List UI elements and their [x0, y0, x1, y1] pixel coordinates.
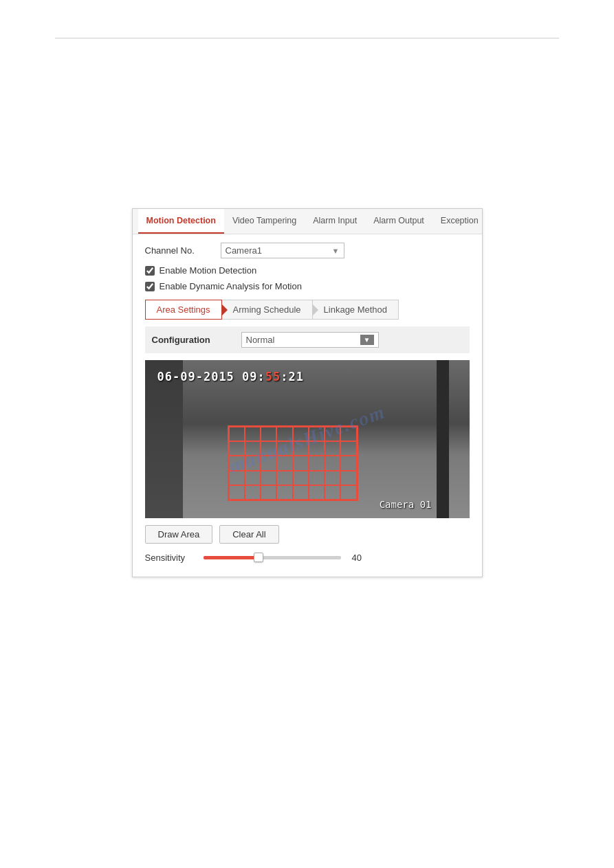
grid-cell [261, 456, 276, 470]
grid-cell [276, 471, 292, 485]
grid-cell [261, 485, 276, 500]
grid-cell [309, 427, 325, 441]
enable-motion-label: Enable Motion Detection [160, 265, 257, 276]
video-timestamp: 06-09-2015 09:55:21 [157, 370, 305, 383]
top-separator [55, 38, 559, 38]
sub-tab-arrow-1 [313, 304, 318, 315]
motion-detection-card: Motion Detection Video Tampering Alarm I… [132, 208, 483, 577]
sensitivity-row: Sensitivity 40 [145, 552, 470, 566]
grid-cell [325, 441, 340, 456]
grid-cell [276, 485, 292, 500]
motion-grid[interactable] [228, 425, 358, 501]
grid-cell [309, 441, 325, 456]
grid-cell [261, 427, 276, 441]
sensitivity-value: 40 [352, 553, 362, 563]
config-label: Configuration [152, 335, 241, 345]
grid-cell [293, 485, 309, 500]
tab-alarm-input[interactable]: Alarm Input [305, 209, 365, 234]
grid-cell [293, 441, 309, 456]
enable-dynamic-label: Enable Dynamic Analysis for Motion [160, 281, 302, 291]
config-dropdown-arrow: ▼ [360, 335, 374, 345]
grid-cell [276, 456, 292, 470]
grid-cell [245, 456, 261, 470]
grid-cell [325, 456, 340, 470]
enable-dynamic-checkbox[interactable] [145, 282, 155, 291]
tab-motion-detection[interactable]: Motion Detection [138, 209, 224, 234]
config-select[interactable]: Normal ▼ [241, 332, 379, 348]
timestamp-colon: 55 [265, 370, 281, 383]
config-value: Normal [246, 335, 275, 345]
grid-cell [325, 471, 340, 485]
grid-cell [340, 456, 356, 470]
enable-motion-row: Enable Motion Detection [145, 265, 470, 276]
video-camera-label: Camera 01 [380, 499, 432, 510]
sub-tab-arming-schedule[interactable]: Arming Schedule [221, 300, 313, 320]
channel-dropdown-arrow: ▼ [332, 247, 340, 255]
timestamp-part2: :21 [281, 370, 304, 383]
grid-cell [229, 427, 245, 441]
sub-tab-bar: Area Settings Arming Schedule Linkage Me… [145, 300, 470, 320]
draw-area-button[interactable]: Draw Area [145, 525, 213, 544]
buttons-row: Draw Area Clear All [145, 525, 470, 544]
page-container: Motion Detection Video Tampering Alarm I… [0, 0, 614, 868]
tab-alarm-output[interactable]: Alarm Output [365, 209, 432, 234]
sensitivity-label: Sensitivity [145, 553, 197, 563]
grid-cell [325, 485, 340, 500]
sensitivity-track [204, 556, 341, 559]
grid-cell [261, 441, 276, 456]
grid-cell [229, 485, 245, 500]
grid-cell [309, 485, 325, 500]
tab-bar: Motion Detection Video Tampering Alarm I… [133, 209, 482, 234]
tab-video-tampering[interactable]: Video Tampering [224, 209, 305, 234]
enable-dynamic-row: Enable Dynamic Analysis for Motion [145, 281, 470, 291]
clear-all-button[interactable]: Clear All [219, 525, 278, 544]
channel-select[interactable]: Camera1 ▼ [221, 243, 344, 258]
grid-cell [293, 427, 309, 441]
grid-cell [245, 427, 261, 441]
sub-tab-arrow-0 [222, 304, 228, 315]
grid-cell [229, 471, 245, 485]
grid-cell [245, 471, 261, 485]
channel-label: Channel No. [145, 245, 221, 256]
grid-cell [245, 441, 261, 456]
grid-cell [340, 485, 356, 500]
tab-exception[interactable]: Exception [432, 209, 487, 234]
grid-cell [276, 427, 292, 441]
grid-cell [276, 441, 292, 456]
enable-motion-checkbox[interactable] [145, 266, 155, 276]
grid-cell [340, 427, 356, 441]
grid-cell [309, 456, 325, 470]
grid-cell [229, 441, 245, 456]
channel-row: Channel No. Camera1 ▼ [145, 243, 470, 258]
grid-cell [340, 441, 356, 456]
config-row: Configuration Normal ▼ [145, 326, 470, 353]
sub-tab-area-settings[interactable]: Area Settings [145, 300, 222, 320]
sensitivity-thumb[interactable] [254, 553, 263, 562]
video-preview: 06-09-2015 09:55:21 [145, 360, 470, 518]
video-right-bar [437, 360, 449, 518]
channel-value: Camera1 [226, 245, 262, 256]
timestamp-part1: 06-09-2015 09: [157, 370, 265, 383]
grid-cell [245, 485, 261, 500]
grid-cell [229, 456, 245, 470]
grid-cell [309, 471, 325, 485]
sensitivity-fill [204, 556, 259, 559]
grid-cell [340, 471, 356, 485]
grid-cell [261, 471, 276, 485]
sensitivity-slider-container [204, 552, 341, 563]
grid-cell [325, 427, 340, 441]
video-left-panel [145, 360, 183, 518]
grid-cell [293, 456, 309, 470]
card-content: Channel No. Camera1 ▼ Enable Motion Dete… [133, 234, 482, 577]
sub-tab-linkage-method[interactable]: Linkage Method [312, 300, 399, 320]
grid-cell [293, 471, 309, 485]
